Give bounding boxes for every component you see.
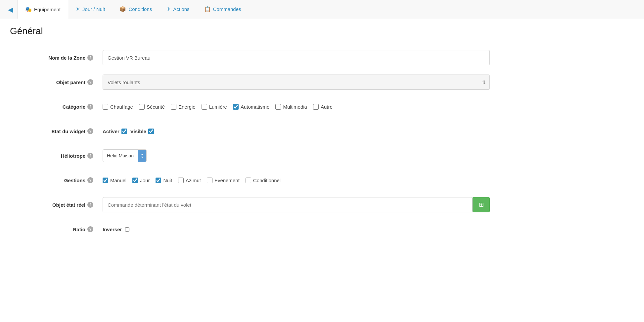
tab-actions-label: Actions: [173, 6, 189, 12]
cat-autre-checkbox[interactable]: [313, 104, 319, 110]
page-title: Général: [10, 26, 634, 40]
etat-widget-label: Etat du widget ?: [10, 128, 103, 134]
tab-equipement-label: Equipement: [34, 7, 61, 12]
commandes-icon: 📋: [204, 6, 211, 12]
visible-label: Visible: [130, 129, 146, 134]
nom-zone-control: [103, 50, 490, 65]
cat-automatisme-checkbox[interactable]: [233, 104, 239, 110]
nom-zone-input[interactable]: [103, 50, 490, 65]
cat-securite[interactable]: Sécurité: [139, 104, 165, 110]
gestions-row: Gestions ? Manuel Jour Nuit: [10, 173, 490, 188]
gest-nuit[interactable]: Nuit: [156, 178, 172, 183]
etat-widget-control: Activer Visible: [103, 129, 490, 134]
objet-etat-control: ⊞: [103, 197, 490, 212]
gest-jour-checkbox[interactable]: [132, 178, 138, 183]
gest-azimut[interactable]: Azimut: [178, 178, 201, 183]
gestions-checkboxes: Manuel Jour Nuit Azimut: [103, 178, 281, 183]
nom-zone-help[interactable]: ?: [87, 55, 93, 61]
cat-multimedia-checkbox[interactable]: [275, 104, 281, 110]
ratio-control: Inverser: [103, 227, 490, 232]
objet-etat-button[interactable]: ⊞: [473, 197, 490, 212]
heliotrope-help[interactable]: ?: [87, 153, 93, 159]
tab-conditions-label: Conditions: [128, 6, 152, 12]
etat-widget-row: Etat du widget ? Activer Visible: [10, 124, 490, 139]
inverser-label: Inverser: [103, 227, 122, 232]
gest-manuel[interactable]: Manuel: [103, 178, 126, 183]
gest-manuel-checkbox[interactable]: [103, 178, 108, 183]
gest-evenement[interactable]: Evenement: [207, 178, 240, 183]
helio-select[interactable]: Helio Maison ▲ ▼: [103, 149, 147, 162]
cat-automatisme[interactable]: Automatisme: [233, 104, 270, 110]
visible-checkbox[interactable]: [148, 129, 154, 134]
objet-etat-help[interactable]: ?: [87, 202, 93, 208]
tab-bar: ◀ 🎭 Equipement ☀ Jour / Nuit 📦 Condition…: [0, 0, 644, 19]
gest-azimut-checkbox[interactable]: [178, 178, 184, 183]
ratio-label: Ratio ?: [10, 226, 103, 232]
activer-checkbox[interactable]: [121, 129, 127, 134]
inverser-checkbox[interactable]: [125, 227, 129, 232]
jour-nuit-icon: ☀: [75, 6, 80, 12]
ratio-help[interactable]: ?: [87, 226, 93, 232]
gest-nuit-checkbox[interactable]: [156, 178, 161, 183]
tab-commandes[interactable]: 📋 Commandes: [197, 0, 249, 19]
form-section: Nom de la Zone ? Objet parent ? Volets r…: [10, 50, 490, 237]
gest-conditionnel[interactable]: Conditionnel: [246, 178, 281, 183]
objet-parent-select[interactable]: Volets roulants: [103, 75, 490, 90]
objet-etat-input-group: ⊞: [103, 197, 490, 212]
back-icon: ◀: [8, 6, 13, 14]
objet-parent-help[interactable]: ?: [87, 79, 93, 85]
objet-parent-select-wrapper: Volets roulants: [103, 75, 490, 90]
objet-parent-row: Objet parent ? Volets roulants: [10, 75, 490, 90]
helio-select-value: Helio Maison: [103, 151, 138, 160]
gest-evenement-checkbox[interactable]: [207, 178, 212, 183]
inverser-row: Inverser: [103, 227, 129, 232]
ratio-row: Ratio ? Inverser: [10, 222, 490, 237]
heliotrope-row: Héliotrope ? Helio Maison ▲ ▼: [10, 148, 490, 163]
cat-chauffage[interactable]: Chauffage: [103, 104, 133, 110]
tab-jour-nuit[interactable]: ☀ Jour / Nuit: [68, 0, 112, 19]
helio-select-arrows[interactable]: ▲ ▼: [138, 150, 146, 162]
tab-jour-nuit-label: Jour / Nuit: [82, 6, 105, 12]
heliotrope-control: Helio Maison ▲ ▼: [103, 149, 490, 162]
back-button[interactable]: ◀: [3, 0, 18, 19]
activer-label: Activer: [103, 129, 119, 134]
heliotrope-label: Héliotrope ?: [10, 153, 103, 159]
visible-item[interactable]: Visible: [130, 129, 154, 134]
cat-energie-checkbox[interactable]: [171, 104, 176, 110]
objet-etat-row: Objet état réel ? ⊞: [10, 197, 490, 212]
categorie-row: Catégorie ? Chauffage Sécurité Energie: [10, 99, 490, 114]
etat-widget-help[interactable]: ?: [87, 128, 93, 134]
tab-equipement[interactable]: 🎭 Equipement: [18, 0, 68, 19]
cat-multimedia[interactable]: Multimedia: [275, 104, 307, 110]
gestions-help[interactable]: ?: [87, 177, 93, 183]
gestions-control: Manuel Jour Nuit Azimut: [103, 178, 490, 183]
categorie-label: Catégorie ?: [10, 104, 103, 110]
cat-autre[interactable]: Autre: [313, 104, 333, 110]
activer-item[interactable]: Activer: [103, 129, 127, 134]
categorie-checkboxes: Chauffage Sécurité Energie Lumière: [103, 104, 333, 110]
cat-lumiere-checkbox[interactable]: [202, 104, 207, 110]
categorie-control: Chauffage Sécurité Energie Lumière: [103, 104, 490, 110]
objet-parent-label: Objet parent ?: [10, 79, 103, 85]
objet-etat-label: Objet état réel ?: [10, 202, 103, 208]
conditions-icon: 📦: [119, 6, 126, 12]
categorie-help[interactable]: ?: [87, 104, 93, 110]
gest-conditionnel-checkbox[interactable]: [246, 178, 251, 183]
gest-jour[interactable]: Jour: [132, 178, 150, 183]
nom-zone-label: Nom de la Zone ?: [10, 55, 103, 61]
tab-commandes-label: Commandes: [213, 6, 241, 12]
objet-etat-btn-icon: ⊞: [479, 201, 484, 208]
objet-parent-control: Volets roulants: [103, 75, 490, 90]
gestions-label: Gestions ?: [10, 177, 103, 183]
objet-etat-input[interactable]: [103, 197, 473, 212]
cat-energie[interactable]: Energie: [171, 104, 196, 110]
cat-lumiere[interactable]: Lumière: [202, 104, 227, 110]
cat-securite-checkbox[interactable]: [139, 104, 145, 110]
tab-conditions[interactable]: 📦 Conditions: [112, 0, 159, 19]
equipement-icon: 🎭: [25, 6, 32, 13]
actions-icon: ✳: [166, 6, 171, 12]
cat-chauffage-checkbox[interactable]: [103, 104, 108, 110]
tab-actions[interactable]: ✳ Actions: [159, 0, 197, 19]
nom-zone-row: Nom de la Zone ?: [10, 50, 490, 65]
page-content: Général Nom de la Zone ? Objet parent ? …: [0, 19, 644, 259]
